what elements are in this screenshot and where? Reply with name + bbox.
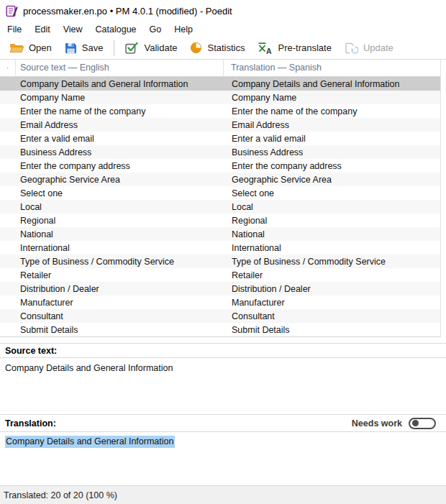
svg-text:A: A: [266, 47, 272, 55]
toggle-knob: [412, 420, 419, 426]
pre-translate-icon: A: [258, 42, 273, 55]
table-row[interactable]: Submit Details Submit Details: [0, 323, 440, 336]
needs-work-toggle[interactable]: [409, 418, 436, 429]
row-source-text: Submit Details: [16, 325, 224, 335]
table-row[interactable]: Manufacturer Manufacturer: [0, 295, 440, 309]
table-row[interactable]: International International: [0, 241, 440, 255]
row-translation-text: Submit Details: [224, 325, 440, 335]
row-translation-text: National: [224, 229, 440, 239]
translation-text-selected: Company Details and General Information: [5, 436, 175, 448]
source-text-label: Source text:: [5, 346, 57, 356]
save-icon: [65, 42, 77, 54]
translation-editor[interactable]: Company Details and General Information: [0, 432, 446, 485]
row-source-text: Local: [16, 202, 224, 212]
open-button[interactable]: Open: [3, 40, 58, 57]
menu-item[interactable]: Catalogue: [89, 23, 143, 36]
toolbar-separator: [114, 40, 114, 56]
update-button[interactable]: Update: [338, 40, 400, 57]
row-translation-text: Distribution / Dealer: [224, 284, 440, 294]
row-source-text: Consultant: [16, 311, 224, 321]
menu-item[interactable]: Help: [168, 23, 199, 36]
row-translation-text: Company Details and General Information: [224, 79, 440, 89]
row-translation-text: Company Name: [224, 93, 440, 103]
row-source-text: Retailer: [16, 270, 224, 280]
row-source-text: Type of Business / Commodity Service: [16, 257, 224, 267]
table-row[interactable]: Retailer Retailer: [0, 268, 440, 282]
row-translation-text: Local: [224, 202, 440, 212]
statistics-button[interactable]: Statistics: [183, 39, 251, 57]
table-row[interactable]: Type of Business / Commodity Service Typ…: [0, 255, 440, 268]
save-button[interactable]: Save: [58, 40, 110, 57]
row-source-text: Distribution / Dealer: [16, 284, 224, 294]
panel-gap: [0, 337, 446, 343]
row-translation-text: Email Address: [224, 120, 440, 130]
save-button-label: Save: [82, 42, 104, 53]
list-rows: Company Details and General Information …: [0, 77, 440, 336]
table-row[interactable]: Enter a valid email Enter a valid email: [0, 132, 440, 145]
open-button-label: Open: [29, 42, 52, 53]
row-translation-text: Enter the name of the company: [224, 106, 440, 116]
translation-label: Translation:: [5, 418, 56, 429]
statistics-pie-icon: [190, 42, 202, 54]
table-row[interactable]: Regional Regional: [0, 214, 440, 227]
table-row[interactable]: Company Details and General Information …: [0, 77, 440, 91]
table-row[interactable]: Enter the name of the company Enter the …: [0, 104, 440, 118]
validate-button[interactable]: Validate: [119, 39, 183, 57]
row-translation-text: Manufacturer: [224, 298, 440, 308]
row-source-text: Company Details and General Information: [16, 79, 224, 89]
list-header: · Source text — English Translation — Sp…: [0, 60, 440, 77]
table-row[interactable]: Select one Select one: [0, 186, 440, 200]
window-title: processmaker.en.po • PM 4.0.1 (modified)…: [23, 6, 232, 17]
row-source-text: National: [16, 229, 224, 239]
pre-translate-button-label: Pre-translate: [278, 42, 331, 53]
row-translation-text: Retailer: [224, 270, 440, 280]
translation-header: Translation: Needs work: [0, 414, 446, 432]
source-column-header: Source text — English: [16, 60, 224, 76]
source-text-content: Company Details and General Information: [5, 363, 173, 373]
row-translation-text: Enter the company address: [224, 161, 440, 171]
row-source-text: International: [16, 243, 224, 253]
needs-work-label: Needs work: [352, 418, 402, 429]
row-translation-text: Type of Business / Commodity Service: [224, 257, 440, 267]
row-source-text: Enter a valid email: [16, 134, 224, 144]
table-row[interactable]: Email Address Email Address: [0, 118, 440, 132]
pre-translate-button[interactable]: A Pre-translate: [251, 39, 337, 58]
update-button-label: Update: [363, 42, 393, 53]
menu-item[interactable]: Edit: [28, 23, 57, 36]
table-row[interactable]: Business Address Business Address: [0, 145, 440, 159]
row-source-text: Select one: [16, 188, 224, 198]
poedit-window: processmaker.en.po • PM 4.0.1 (modified)…: [0, 0, 446, 504]
row-translation-text: Geographic Service Area: [224, 175, 440, 185]
table-row[interactable]: Local Local: [0, 200, 440, 214]
table-row[interactable]: Consultant Consultant: [0, 309, 440, 323]
open-folder-icon: [9, 42, 24, 54]
status-text: Translated: 20 of 20 (100 %): [4, 490, 117, 500]
table-row[interactable]: Company Name Company Name: [0, 91, 440, 104]
row-translation-text: International: [224, 243, 440, 253]
statistics-button-label: Statistics: [207, 42, 245, 53]
validate-check-icon: [125, 42, 139, 54]
row-source-text: Enter the name of the company: [16, 106, 224, 116]
row-translation-text: Regional: [224, 216, 440, 226]
table-row[interactable]: National National: [0, 227, 440, 241]
menu-item[interactable]: Go: [143, 23, 168, 36]
table-row[interactable]: Geographic Service Area Geographic Servi…: [0, 173, 440, 186]
table-row[interactable]: Distribution / Dealer Distribution / Dea…: [0, 282, 440, 295]
title-bar: processmaker.en.po • PM 4.0.1 (modified)…: [0, 0, 446, 22]
row-source-text: Business Address: [16, 147, 224, 157]
row-translation-text: Enter a valid email: [224, 134, 440, 144]
update-refresh-icon: [345, 42, 358, 54]
row-translation-text: Consultant: [224, 311, 440, 321]
source-text-header: Source text:: [0, 343, 446, 358]
menu-bar: File Edit View Catalogue Go Help: [0, 22, 446, 37]
row-source-text: Company Name: [16, 93, 224, 103]
table-row[interactable]: Enter the company address Enter the comp…: [0, 159, 440, 173]
menu-item[interactable]: View: [57, 23, 89, 36]
translation-column-header: Translation — Spanish: [224, 60, 440, 76]
row-translation-text: Select one: [224, 188, 440, 198]
row-source-text: Enter the company address: [16, 161, 224, 171]
validate-button-label: Validate: [144, 42, 177, 53]
status-bar: Translated: 20 of 20 (100 %): [0, 485, 446, 504]
menu-item[interactable]: File: [1, 23, 28, 36]
row-source-text: Geographic Service Area: [16, 175, 224, 185]
